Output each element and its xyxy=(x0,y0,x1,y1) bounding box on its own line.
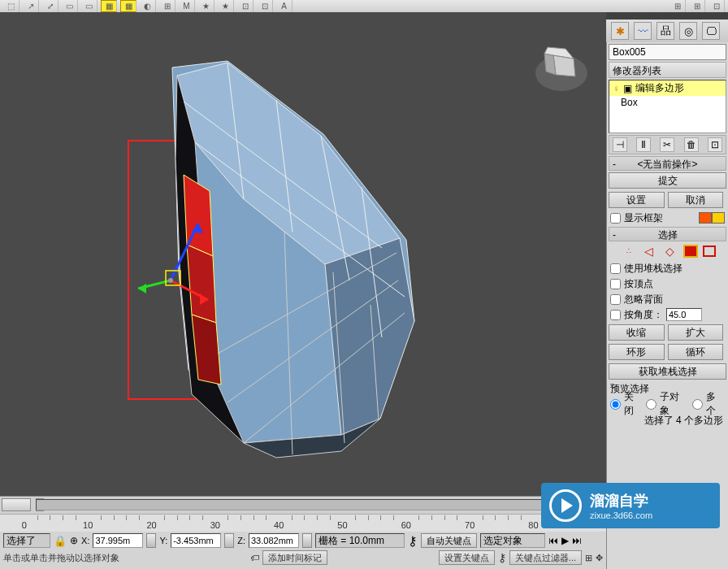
next-key-icon[interactable]: ⏭ xyxy=(572,535,582,546)
tool-icon[interactable]: ▭ xyxy=(81,0,98,12)
vertex-level-icon[interactable]: ∴ xyxy=(620,244,636,258)
modifier-stack-toolbar: ⊣ Ⅱ ✂ 🗑 ⊡ xyxy=(609,135,726,154)
tool-icon[interactable]: ▭ xyxy=(62,0,78,12)
command-panel-tabs: ✱ 〰 品 ◎ 🖵 xyxy=(606,20,728,42)
settings-button[interactable]: 设置 xyxy=(609,192,665,208)
grow-button[interactable]: 扩大 xyxy=(668,324,724,341)
tool-icon[interactable]: ⬚ xyxy=(3,0,20,12)
tool-icon[interactable]: ★ xyxy=(198,0,214,12)
ring-button[interactable]: 环形 xyxy=(609,344,665,360)
key-icon[interactable]: ⚷ xyxy=(408,533,418,549)
polygon-level-icon[interactable] xyxy=(683,245,698,258)
lightbulb-icon[interactable]: ♀ xyxy=(613,83,620,94)
tool-icon[interactable]: ★ xyxy=(218,0,234,12)
preview-multi-radio[interactable] xyxy=(692,399,703,410)
y-label: Y: xyxy=(159,536,167,545)
mesh-object[interactable] xyxy=(172,61,414,458)
nav-icon[interactable]: ⊞ xyxy=(585,553,592,563)
tool-icon[interactable]: M xyxy=(179,0,195,12)
border-level-icon[interactable]: ◇ xyxy=(662,244,678,258)
svg-marker-4 xyxy=(187,245,216,323)
time-slider[interactable]: ▸ xyxy=(0,496,606,514)
display-tab-icon[interactable]: 🖵 xyxy=(702,22,720,40)
cage-color-swatch[interactable] xyxy=(712,212,725,224)
by-vertex-checkbox[interactable] xyxy=(610,279,621,289)
get-stack-sel-button[interactable]: 获取堆栈选择 xyxy=(609,363,726,380)
tool-icon[interactable]: ⊞ xyxy=(670,0,686,12)
ruler-tick: 10 xyxy=(83,520,93,530)
modifier-stack[interactable]: ♀ ▣ 编辑多边形 Box xyxy=(609,80,726,133)
tool-icon[interactable]: ⊞ xyxy=(689,0,705,12)
nav-icon[interactable]: ✥ xyxy=(596,553,603,563)
isolate-icon[interactable]: ⊕ xyxy=(70,535,78,546)
modify-tab-icon[interactable]: 〰 xyxy=(634,22,652,40)
z-spinner[interactable] xyxy=(302,533,312,548)
tool-icon[interactable]: ↗ xyxy=(23,0,39,12)
tool-icon-active[interactable]: ▦ xyxy=(101,0,117,12)
setkey-button[interactable]: 设置关键点 xyxy=(439,550,495,565)
time-slider-thumb[interactable] xyxy=(2,498,31,511)
commit-button[interactable]: 提交 xyxy=(609,172,726,189)
lock-icon[interactable]: 🔒 xyxy=(54,535,67,547)
viewport-perspective[interactable] xyxy=(0,12,606,496)
ruler-tick: 60 xyxy=(401,520,411,530)
by-angle-checkbox[interactable] xyxy=(610,310,621,320)
angle-input[interactable] xyxy=(666,308,702,321)
cancel-button[interactable]: 取消 xyxy=(668,192,724,208)
ignore-back-checkbox[interactable] xyxy=(610,294,621,305)
x-input[interactable] xyxy=(93,533,143,548)
pin-stack-icon[interactable]: ⊣ xyxy=(613,137,627,152)
rollout-current-op[interactable]: -<无当前操作> xyxy=(609,156,726,171)
use-stack-checkbox[interactable] xyxy=(610,263,621,274)
cage-color-swatch[interactable] xyxy=(699,212,712,224)
setkey-big-icon[interactable]: ⚷ xyxy=(498,551,506,564)
tool-icon[interactable]: ⊡ xyxy=(257,0,273,12)
tool-icon[interactable]: ⊞ xyxy=(159,0,176,12)
key-filters-button[interactable]: 关键点过滤器... xyxy=(509,550,582,565)
subobject-level-icons: ∴ ◁ ◇ xyxy=(609,244,726,258)
element-level-icon[interactable] xyxy=(703,245,716,257)
preview-off-radio[interactable] xyxy=(610,399,621,410)
play-icon[interactable]: ▶ xyxy=(561,535,569,546)
configure-icon[interactable]: ⊡ xyxy=(708,137,722,152)
y-input[interactable] xyxy=(171,533,221,548)
object-name-field[interactable]: Box005 xyxy=(609,44,726,60)
x-spinner[interactable] xyxy=(146,533,156,548)
expand-icon[interactable]: ▣ xyxy=(623,83,632,94)
autokey-button[interactable]: 自动关键点 xyxy=(421,533,477,548)
rollout-selection[interactable]: -选择 xyxy=(609,227,726,241)
remove-mod-icon[interactable]: 🗑 xyxy=(684,137,699,152)
motion-tab-icon[interactable]: ◎ xyxy=(679,22,697,40)
prev-key-icon[interactable]: ⏮ xyxy=(548,535,558,546)
z-input[interactable] xyxy=(249,533,299,548)
time-ruler[interactable]: 0102030405060708090 xyxy=(0,514,606,532)
tool-icon[interactable]: ⊡ xyxy=(237,0,254,12)
tool-icon[interactable]: ⊡ xyxy=(708,0,725,12)
show-end-icon[interactable]: Ⅱ xyxy=(636,137,651,152)
preview-off-label: 关闭 xyxy=(624,390,643,418)
prompt-text: 单击或单击并拖动以选择对象 xyxy=(3,552,247,564)
keymode-dropdown[interactable]: 选定对象 xyxy=(480,533,545,548)
unique-icon[interactable]: ✂ xyxy=(660,137,674,152)
viewcube[interactable] xyxy=(533,41,590,98)
modifier-list-dropdown[interactable]: 修改器列表 xyxy=(609,62,726,78)
edge-level-icon[interactable]: ◁ xyxy=(641,244,657,258)
preview-sub-radio[interactable] xyxy=(646,399,656,410)
script-icon[interactable]: 🏷 xyxy=(250,553,259,562)
add-timetag-button[interactable]: 添加时间标记 xyxy=(262,550,327,565)
loop-button[interactable]: 循环 xyxy=(668,344,724,360)
shrink-button[interactable]: 收缩 xyxy=(609,324,665,341)
ruler-tick: 80 xyxy=(528,520,538,530)
show-cage-checkbox[interactable] xyxy=(610,213,621,224)
create-tab-icon[interactable]: ✱ xyxy=(611,22,629,40)
y-spinner[interactable] xyxy=(224,533,234,548)
tool-icon[interactable]: ⤢ xyxy=(42,0,58,12)
tool-icon-active[interactable]: ▦ xyxy=(120,0,136,12)
tool-icon[interactable]: A xyxy=(276,0,292,12)
modifier-box[interactable]: Box xyxy=(609,96,726,109)
hierarchy-tab-icon[interactable]: 品 xyxy=(656,22,674,40)
use-stack-label: 使用堆栈选择 xyxy=(624,262,682,276)
tool-icon[interactable]: ◐ xyxy=(140,0,156,12)
time-slider-track[interactable] xyxy=(36,499,603,510)
modifier-editpoly[interactable]: ♀ ▣ 编辑多边形 xyxy=(609,80,726,96)
